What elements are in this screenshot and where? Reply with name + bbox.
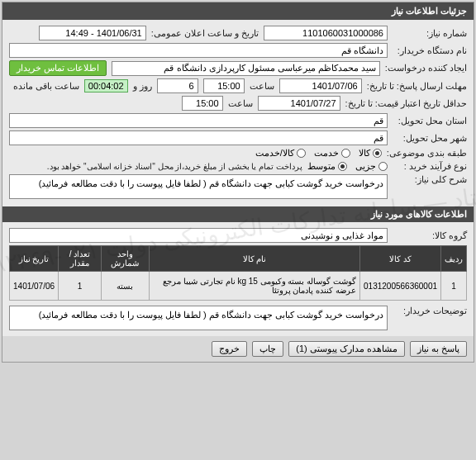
remain-label: ساعت باقی مانده [13, 81, 79, 92]
table-row[interactable]: 1 0131200566360001 گوشت گوساله بسته وکیو… [10, 272, 467, 301]
panel-title: جزئیات اطلاعات نیاز [2, 2, 474, 20]
contact-buyer-button[interactable]: اطلاعات تماس خریدار [9, 60, 107, 76]
items-header: اطلاعات کالاهای مورد نیاز [2, 206, 474, 222]
need-no-label: شماره نیاز: [393, 28, 467, 39]
cell-name: گوشت گوساله بسته وکیومی 15 kg نام تجارتی… [150, 272, 360, 301]
items-table: ردیف کد کالا نام کالا واحد شمارش تعداد /… [9, 245, 467, 301]
need-no-value: 1101060031000086 [264, 26, 388, 40]
th-unit: واحد شمارش [101, 246, 149, 272]
form-area: شماره نیاز: 1101060031000086 تاریخ و ساع… [2, 20, 474, 205]
radio-service-label: خدمت [314, 148, 339, 159]
category-label: طبقه بندی موضوعی: [387, 148, 467, 159]
exit-button[interactable]: خروج [212, 341, 247, 357]
countdown-timer: 00:04:02 [84, 79, 128, 92]
category-radio-group: کالا خدمت کالا/خدمت [255, 148, 382, 159]
radio-small-label: جزیی [355, 161, 376, 172]
delivery-addr-value: قم [9, 113, 388, 128]
radio-small[interactable]: جزیی [355, 161, 388, 172]
cell-unit: بسته [101, 272, 149, 301]
th-idx: ردیف [441, 246, 467, 272]
cell-date: 1401/07/06 [10, 272, 59, 301]
group-value: مواد غذایی و نوشیدنی [9, 228, 388, 243]
group-label: گروه کالا: [393, 230, 467, 241]
table-header-row: ردیف کد کالا نام کالا واحد شمارش تعداد /… [10, 246, 467, 272]
delivery-city-label: شهر محل تحویل: [393, 133, 467, 144]
print-button[interactable]: چاپ [252, 341, 283, 357]
radio-dot-icon [378, 162, 388, 171]
buyer-note-value: درخواست خرید گوشت کبابی جهت دانشگاه قم (… [9, 306, 388, 330]
payment-note: پرداخت تمام یا بخشی از مبلغ خرید،از محل … [47, 162, 302, 171]
deadline-label: مهلت ارسال پاسخ: تا تاریخ: [367, 81, 467, 92]
days-value: 6 [157, 78, 198, 93]
desc-label: شرح کلی نیاز: [393, 174, 467, 185]
radio-medium[interactable]: متوسط [307, 161, 347, 172]
th-qty: تعداد / مقدار [59, 246, 102, 272]
radio-service[interactable]: خدمت [314, 148, 350, 159]
buyer-note-label: توضیحات خریدار: [393, 306, 467, 316]
price-valid-date: 1401/07/27 [258, 96, 340, 111]
creator-value: سید محمدکاظم میرعباسی مسئول کارپردازی دا… [112, 61, 380, 76]
delivery-addr-label: استان محل تحویل: [393, 116, 467, 126]
footer-buttons: پاسخ به نیاز مشاهده مدارک پیوستی (1) چاپ… [2, 336, 474, 362]
cell-qty: 1 [59, 272, 102, 301]
announce-value: 1401/06/31 - 14:49 [39, 26, 146, 40]
delivery-city-value: قم [9, 130, 388, 145]
process-radio-group: جزیی متوسط [307, 161, 388, 172]
radio-dot-icon [297, 149, 306, 158]
desc-value: درخواست خرید گوشت کبابی جهت دانشگاه قم (… [9, 174, 388, 199]
radio-dot-icon [341, 149, 350, 158]
price-valid-time: 15:00 [182, 96, 223, 111]
details-panel: جزئیات اطلاعات نیاز شماره نیاز: 11010600… [2, 2, 474, 363]
attachments-button[interactable]: مشاهده مدارک پیوستی (1) [288, 341, 405, 357]
cell-code: 0131200566360001 [360, 272, 441, 301]
th-name: نام کالا [150, 246, 360, 272]
cell-idx: 1 [441, 272, 467, 301]
radio-goods[interactable]: کالا [359, 148, 382, 159]
deadline-time: 15:00 [203, 78, 245, 93]
time-label-2: ساعت [228, 98, 253, 109]
th-date: تاریخ نیاز [10, 246, 59, 272]
buyer-org-value: دانشگاه قم [9, 43, 388, 58]
buyer-org-label: نام دستگاه خریدار: [393, 45, 467, 56]
radio-dot-icon [338, 162, 347, 171]
radio-both-label: کالا/خدمت [255, 148, 294, 159]
days-label: روز و [133, 81, 152, 92]
time-label-1: ساعت [250, 81, 274, 92]
announce-label: تاریخ و ساعت اعلان عمومی: [151, 28, 259, 39]
radio-goods-label: کالا [359, 148, 370, 159]
th-code: کد کالا [360, 246, 441, 272]
process-label: نوع فرآیند خرید : [393, 161, 467, 172]
reply-button[interactable]: پاسخ به نیاز [410, 341, 467, 357]
radio-both[interactable]: کالا/خدمت [255, 148, 306, 159]
creator-label: ایجاد کننده درخواست: [385, 63, 467, 74]
radio-medium-label: متوسط [307, 161, 336, 172]
deadline-date: 1401/07/06 [279, 78, 362, 93]
radio-dot-icon [373, 149, 382, 158]
price-valid-label: حداقل تاریخ اعتبار قیمت: تا تاریخ: [345, 98, 467, 109]
